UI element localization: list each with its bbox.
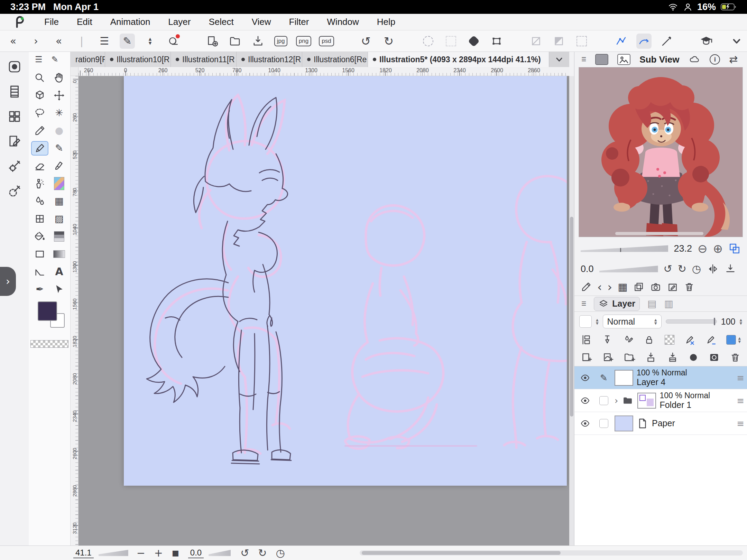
menu-window[interactable]: Window [327,17,359,27]
reset-rotation-icon[interactable]: ↺ [664,264,672,274]
layer-menu-icon[interactable]: ☰ [581,301,586,307]
eyedropper-tool[interactable] [31,123,48,138]
zoom-in-icon[interactable]: ⊕ [713,243,723,254]
layer-color-stepper[interactable]: ▴▾ [738,336,741,344]
flip-horizontal-icon[interactable] [707,263,719,274]
canvas-viewport[interactable] [79,76,569,545]
layer-property-tab-icon[interactable]: ▤ [647,299,656,309]
select-brush-icon[interactable] [636,34,652,49]
export-icon[interactable] [250,34,266,49]
subview-zoom-slider[interactable] [581,244,668,253]
pen-pressure-icon[interactable] [7,184,22,198]
layer-drag-handle[interactable]: ≡ [737,419,744,428]
collapse-left-icon[interactable]: « [51,34,66,49]
app-logo-icon[interactable] [13,16,26,29]
layer-row-folder1[interactable]: › 100 % Normal Folder 1 ≡ [574,389,747,412]
move-tool[interactable] [50,88,68,103]
menu-file[interactable]: File [44,17,59,27]
layer-checkbox[interactable] [599,396,608,405]
visibility-eye-icon[interactable] [579,373,591,383]
hand-tool[interactable] [50,71,68,85]
expand-panel-icon[interactable]: › [28,34,44,49]
visibility-eye-icon[interactable] [579,419,591,428]
delete-image-icon[interactable] [684,281,695,292]
canvas-vertical-scrollbar[interactable] [569,76,574,545]
main-color-swatch[interactable] [38,301,57,321]
pen-settings-icon[interactable]: ✎ [120,34,135,49]
zoom-slider[interactable] [99,550,128,557]
rotate-cw-icon[interactable]: ↻ [678,264,686,274]
menu-animation[interactable]: Animation [110,17,150,27]
edit-image-icon[interactable] [667,281,678,292]
lasso-tool[interactable] [31,106,48,120]
blend-mode-select[interactable]: Normal ▴▾ [603,315,662,328]
layer-drag-handle[interactable]: ≡ [737,373,744,382]
layer-thumbnail[interactable] [615,370,633,386]
airbrush-tool[interactable] [31,176,48,191]
cloud-icon[interactable] [688,54,701,65]
fit-to-window-icon[interactable] [728,242,741,255]
fill-layer-icon[interactable] [688,352,699,363]
auto-select-tool[interactable]: ✳ [50,106,68,120]
blend-tool[interactable] [31,194,48,208]
palette-pen-icon[interactable]: ✎ [52,55,58,64]
new-raster-layer-icon[interactable] [581,352,592,363]
layer-checkbox[interactable] [599,419,608,428]
new-canvas-icon[interactable] [205,34,220,49]
hatch-tool[interactable]: ▨ [50,212,68,226]
zoom-slider-thumb[interactable] [620,243,621,254]
zoom-out-button[interactable]: − [137,548,145,558]
layer-color-chip[interactable] [726,335,736,345]
add-image-icon[interactable] [633,281,644,292]
palette-menu-icon[interactable]: ☰ [35,55,43,64]
horizontal-scroll-thumb[interactable] [362,551,561,555]
vertical-scroll-thumb[interactable] [570,217,573,417]
tab-list-chevron-icon[interactable] [549,52,569,67]
redo-icon[interactable]: ↻ [381,34,396,49]
vector-eraser-icon[interactable] [684,334,695,345]
thumbnail-list-icon[interactable]: ▦ [618,282,627,292]
ruler-snap-icon[interactable] [706,334,717,345]
document-tab-active[interactable]: Illustration5* (4093 x 2894px 144dpi 41.… [368,52,549,67]
folder-thumbnail[interactable] [637,393,656,409]
collapse-panel-icon[interactable]: « [6,34,21,49]
fill-tool[interactable] [31,229,48,244]
transform-icon[interactable] [489,34,504,49]
undo-icon[interactable]: ↺ [358,34,374,49]
menu-help[interactable]: Help [377,17,395,27]
canvas[interactable] [124,76,567,486]
pencil-tool[interactable]: ✎ [50,141,68,156]
lock-transparent-icon[interactable] [665,335,674,345]
animation-timeline-icon[interactable] [7,84,22,99]
marquee-icon[interactable] [443,34,459,49]
opacity-slider[interactable] [666,319,717,324]
palette-color-stepper[interactable]: ▴▾ [596,318,599,325]
toolbar-chevron-down-icon[interactable] [729,34,744,49]
new-illustration-icon[interactable] [7,134,22,149]
layer-name[interactable]: Paper [652,418,675,428]
zoom-out-icon[interactable]: ⊖ [698,243,708,254]
select-line-icon[interactable] [659,34,674,49]
document-tab[interactable]: Illustration11[R [171,52,237,67]
layer-drag-handle[interactable]: ≡ [737,396,744,405]
paper-thumbnail[interactable] [615,416,633,431]
subview-rotation-slider[interactable] [599,265,658,273]
main-menu-icon[interactable]: ☰ [97,34,112,49]
zoom-in-button[interactable]: + [154,548,163,558]
layer-mask-icon[interactable] [708,352,720,363]
text-tool[interactable]: A [50,264,68,279]
swap-view-icon[interactable]: ⇄ [729,54,738,65]
transfer-down-icon[interactable] [645,352,657,363]
pattern-tool[interactable]: ▦ [50,194,68,208]
grid-view-icon[interactable] [7,109,22,124]
clip-at-layer-icon[interactable] [581,334,592,345]
menu-layer[interactable]: Layer [168,17,191,27]
document-tab[interactable]: Illustration6[Re [302,52,368,67]
document-tab[interactable]: ration9[Re [71,52,105,67]
opacity-slider-thumb[interactable] [714,318,715,325]
object-arrow-tool[interactable] [50,282,68,297]
filled-selection-icon[interactable] [466,34,481,49]
new-vector-layer-icon[interactable] [602,352,614,363]
canvas-horizontal-scrollbar[interactable] [360,550,743,556]
delete-layer-icon[interactable] [730,352,741,363]
